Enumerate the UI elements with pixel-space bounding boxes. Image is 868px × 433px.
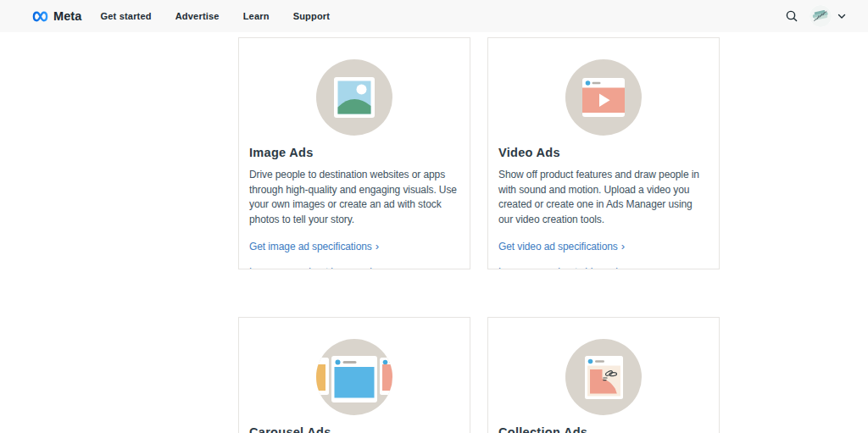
link-learn-more-image-ads[interactable]: Learn more about image ads› bbox=[249, 265, 459, 269]
nav-item-get-started[interactable]: Get started bbox=[100, 11, 151, 21]
carousel-ad-icon bbox=[316, 339, 392, 415]
chevron-right-icon: › bbox=[626, 265, 630, 269]
ad-types-grid: Image Ads Drive people to destination we… bbox=[238, 37, 720, 433]
nav-item-support[interactable]: Support bbox=[293, 11, 331, 21]
chevron-right-icon: › bbox=[381, 265, 384, 269]
avatar bbox=[810, 5, 832, 27]
header-actions bbox=[785, 5, 846, 27]
page: Meta Get started Advertise Learn Support bbox=[0, 0, 868, 433]
nav-item-advertise[interactable]: Advertise bbox=[175, 11, 220, 21]
card-description: Drive people to destination websites or … bbox=[249, 168, 459, 227]
card-description: Show off product features and draw peopl… bbox=[498, 168, 709, 227]
video-ad-icon bbox=[565, 59, 642, 136]
card-collection-ads: Collection Ads bbox=[487, 317, 720, 433]
search-icon[interactable] bbox=[785, 9, 798, 23]
chevron-right-icon: › bbox=[621, 240, 625, 253]
chevron-down-icon bbox=[837, 14, 846, 19]
account-menu[interactable] bbox=[810, 5, 846, 27]
meta-infinity-icon bbox=[30, 9, 51, 24]
nav-item-learn[interactable]: Learn bbox=[243, 11, 270, 21]
card-title: Image Ads bbox=[249, 146, 459, 159]
card-carousel-ads: Carousel Ads bbox=[238, 317, 470, 433]
image-ad-icon bbox=[316, 59, 392, 136]
card-video-ads: Video Ads Show off product features and … bbox=[487, 37, 720, 269]
top-navigation-bar: Meta Get started Advertise Learn Support bbox=[0, 0, 868, 32]
brand-name: Meta bbox=[53, 9, 81, 23]
card-title: Collection Ads bbox=[498, 425, 709, 433]
link-learn-more-video-ads[interactable]: Learn more about video ads› bbox=[498, 265, 709, 269]
card-title: Video Ads bbox=[498, 146, 709, 159]
card-image-ads: Image Ads Drive people to destination we… bbox=[238, 37, 470, 269]
link-image-ad-specifications[interactable]: Get image ad specifications› bbox=[249, 240, 459, 253]
meta-logo[interactable]: Meta bbox=[30, 9, 81, 24]
collection-ad-icon bbox=[565, 339, 642, 415]
chevron-right-icon: › bbox=[376, 240, 379, 253]
card-title: Carousel Ads bbox=[249, 425, 459, 433]
link-video-ad-specifications[interactable]: Get video ad specifications› bbox=[498, 240, 709, 253]
main-nav: Get started Advertise Learn Support bbox=[100, 11, 330, 21]
